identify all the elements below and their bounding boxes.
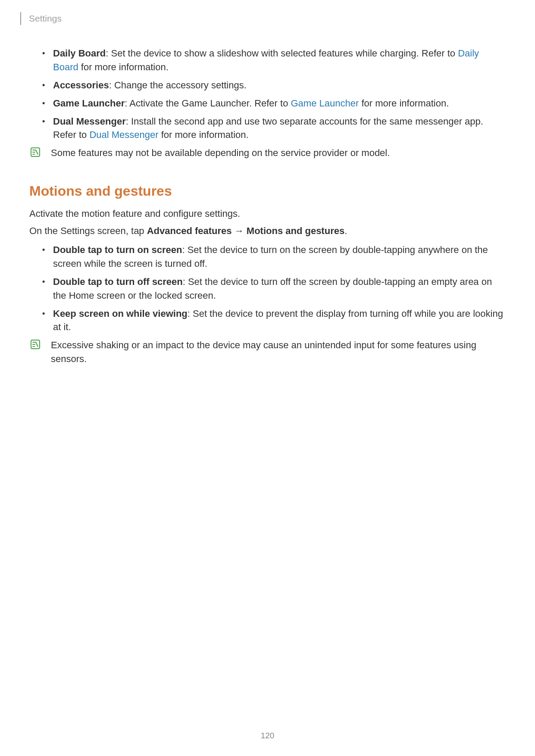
section-heading-motions: Motions and gestures	[29, 183, 506, 199]
list-item: • Double tap to turn off screen: Set the…	[42, 275, 506, 303]
note-text: Some features may not be available depen…	[51, 146, 506, 160]
list-item-text: Game Launcher: Activate the Game Launche…	[53, 97, 506, 110]
note-text: Excessive shaking or an impact to the de…	[51, 338, 506, 366]
bullet-dot: •	[42, 307, 53, 334]
note-block-1: Some features may not be available depen…	[29, 146, 506, 160]
list-item: • Game Launcher: Activate the Game Launc…	[42, 97, 506, 110]
header-divider	[20, 12, 21, 25]
page-content: • Daily Board: Set the device to show a …	[29, 47, 506, 369]
list-item: • Double tap to turn on screen: Set the …	[42, 243, 506, 271]
bullet-dot: •	[42, 115, 53, 142]
note-block-2: Excessive shaking or an impact to the de…	[29, 338, 506, 366]
link-game-launcher[interactable]: Game Launcher	[291, 98, 359, 109]
section-intro: Activate the motion feature and configur…	[29, 207, 506, 221]
page-header: Settings	[20, 12, 62, 25]
note-icon	[30, 339, 41, 350]
list-item-text: Daily Board: Set the device to show a sl…	[53, 47, 506, 74]
list-item-text: Double tap to turn on screen: Set the de…	[53, 243, 506, 271]
bullet-dot: •	[42, 97, 53, 110]
list-item: • Accessories: Change the accessory sett…	[42, 78, 506, 92]
bullet-dot: •	[42, 243, 53, 271]
bullet-dot: •	[42, 275, 53, 303]
feature-list-1: • Daily Board: Set the device to show a …	[42, 47, 506, 142]
bullet-dot: •	[42, 78, 53, 92]
list-item-text: Keep screen on while viewing: Set the de…	[53, 307, 506, 334]
note-icon	[30, 147, 41, 157]
list-item-text: Accessories: Change the accessory settin…	[53, 78, 506, 92]
navigation-path: On the Settings screen, tap Advanced fea…	[29, 224, 506, 238]
link-dual-messenger[interactable]: Dual Messenger	[89, 129, 158, 140]
list-item-text: Double tap to turn off screen: Set the d…	[53, 275, 506, 303]
bullet-dot: •	[42, 47, 53, 74]
feature-list-2: • Double tap to turn on screen: Set the …	[42, 243, 506, 334]
page-number: 120	[0, 731, 535, 740]
list-item: • Keep screen on while viewing: Set the …	[42, 307, 506, 334]
list-item: • Daily Board: Set the device to show a …	[42, 47, 506, 74]
header-title: Settings	[29, 13, 62, 24]
list-item-text: Dual Messenger: Install the second app a…	[53, 115, 506, 142]
list-item: • Dual Messenger: Install the second app…	[42, 115, 506, 142]
